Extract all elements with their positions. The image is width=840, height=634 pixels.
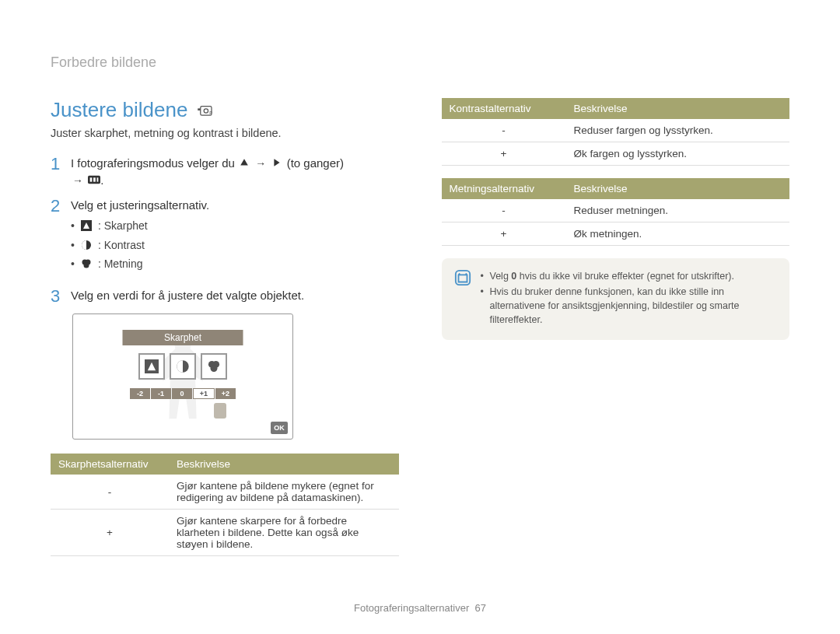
preview-mode-icons: [138, 353, 227, 380]
breadcrumb: Forbedre bildene: [51, 54, 789, 71]
contrast-minus-desc: Reduser fargen og lysstyrken.: [566, 119, 790, 142]
sharpness-header-desc: Beskrivelse: [169, 454, 399, 475]
subtitle: Juster skarphet, metning og kontrast i b…: [51, 127, 399, 139]
note-icon: [454, 269, 471, 286]
note-line-1: Velg 0 hvis du ikke vil bruke effekter (…: [481, 269, 778, 283]
step-1-text-b: (to ganger): [287, 156, 344, 170]
saturation-header-option: Metningsalternativ: [442, 178, 566, 199]
arrow-icon: →: [254, 157, 268, 170]
up-triangle-icon: [238, 156, 250, 169]
page-footer: Fotograferingsalternativer 67: [0, 602, 840, 614]
sharpness-minus-desc: Gjør kantene på bildene mykere (egnet fo…: [169, 475, 399, 510]
preview-contrast-icon: [170, 353, 196, 380]
step-3: 3 Velg en verdi for å justere det valgte…: [51, 287, 399, 306]
sharpness-minus: -: [51, 475, 169, 510]
svg-marker-5: [275, 159, 280, 166]
scale-p1-selected: +1: [193, 388, 215, 399]
svg-point-15: [83, 262, 89, 268]
section-title: Justere bildene P: [51, 98, 399, 122]
saturation-header-desc: Beskrivelse: [566, 178, 790, 199]
sharpness-table: Skarphetsalternativ Beskrivelse - Gjør k…: [51, 454, 399, 556]
svg-rect-9: [97, 177, 99, 181]
svg-rect-1: [198, 108, 201, 110]
saturation-minus-desc: Reduser metningen.: [566, 199, 790, 222]
scale-m1: -1: [151, 388, 171, 399]
option-sharpness-label: : Skarphet: [98, 218, 148, 233]
sharpness-icon: [80, 219, 93, 232]
svg-rect-7: [90, 177, 93, 181]
title-text: Justere bildene: [51, 98, 187, 122]
table-row: + Gjør kantene skarpere for å forbedre k…: [51, 510, 399, 556]
sharpness-plus: +: [51, 510, 169, 556]
note-line-2: Hvis du bruker denne funksjonen, kan du …: [481, 285, 778, 327]
option-contrast: : Kontrast: [71, 236, 209, 254]
preview-sharpness-icon: [138, 353, 165, 380]
sharpness-plus-desc: Gjør kantene skarpere for å forbedre kla…: [169, 510, 399, 556]
adjust-icon: [88, 173, 100, 186]
svg-point-2: [205, 108, 208, 112]
svg-marker-4: [240, 159, 248, 165]
table-row: - Reduser fargen og lysstyrken.: [442, 119, 790, 142]
preview-panel: Skarphet -2 -1 0 +1 +2 OK: [72, 313, 293, 440]
ok-indicator: OK: [271, 422, 288, 434]
saturation-minus: -: [442, 199, 566, 222]
preview-label: Skarphet: [123, 330, 243, 345]
step-2-text: Velg et justeringsalternativ.: [71, 198, 209, 212]
option-saturation-label: : Metning: [98, 256, 143, 271]
saturation-plus-desc: Øk metningen.: [566, 222, 790, 246]
note-box: Velg 0 hvis du ikke vil bruke effekter (…: [442, 258, 790, 340]
step-3-number: 3: [51, 287, 61, 306]
step-2-number: 2: [51, 197, 61, 280]
saturation-icon: [80, 257, 93, 270]
step-1-number: 1: [51, 155, 61, 189]
option-saturation: : Metning: [71, 254, 209, 273]
contrast-table: Kontrastalternativ Beskrivelse - Reduser…: [442, 98, 790, 166]
saturation-table: Metningsalternativ Beskrivelse - Reduser…: [442, 178, 790, 246]
scale-p2: +2: [215, 388, 236, 399]
footer-page-number: 67: [474, 602, 485, 614]
step-1-text-a: I fotograferingsmodus velger du: [71, 156, 238, 170]
arrow-icon: →: [71, 174, 85, 187]
step-3-text: Velg en verdi for å justere det valgte o…: [71, 287, 304, 306]
svg-text:P: P: [210, 110, 213, 115]
svg-point-21: [211, 365, 218, 372]
scale-m2: -2: [130, 388, 150, 399]
preview-scale: -2 -1 0 +1 +2: [130, 388, 236, 399]
table-row: + Øk fargen og lysstyrken.: [442, 142, 790, 166]
preview-saturation-icon: [201, 353, 227, 380]
footer-section: Fotograferingsalternativer: [354, 602, 469, 614]
mode-p-icon: P: [197, 104, 214, 117]
table-row: + Øk metningen.: [442, 222, 790, 246]
option-contrast-label: : Kontrast: [98, 237, 145, 253]
contrast-header-desc: Beskrivelse: [566, 98, 790, 119]
option-sharpness: : Skarphet: [71, 216, 209, 235]
contrast-plus-desc: Øk fargen og lysstyrken.: [566, 142, 790, 166]
contrast-icon: [80, 239, 93, 251]
contrast-plus: +: [442, 142, 566, 166]
table-row: - Reduser metningen.: [442, 199, 790, 222]
svg-rect-8: [93, 177, 96, 181]
step-2: 2 Velg et justeringsalternativ. : Skarph…: [51, 197, 399, 280]
chevron-right-icon: [271, 156, 283, 169]
step-1: 1 I fotograferingsmodus velger du → (to …: [51, 155, 399, 189]
saturation-plus: +: [442, 222, 566, 246]
contrast-minus: -: [442, 119, 566, 142]
step-1-text: I fotograferingsmodus velger du → (to ga…: [71, 155, 344, 189]
scale-knob: [214, 403, 226, 419]
sharpness-header-option: Skarphetsalternativ: [51, 454, 169, 475]
scale-0: 0: [172, 388, 192, 399]
table-row: - Gjør kantene på bildene mykere (egnet …: [51, 475, 399, 510]
contrast-header-option: Kontrastalternativ: [442, 98, 566, 119]
